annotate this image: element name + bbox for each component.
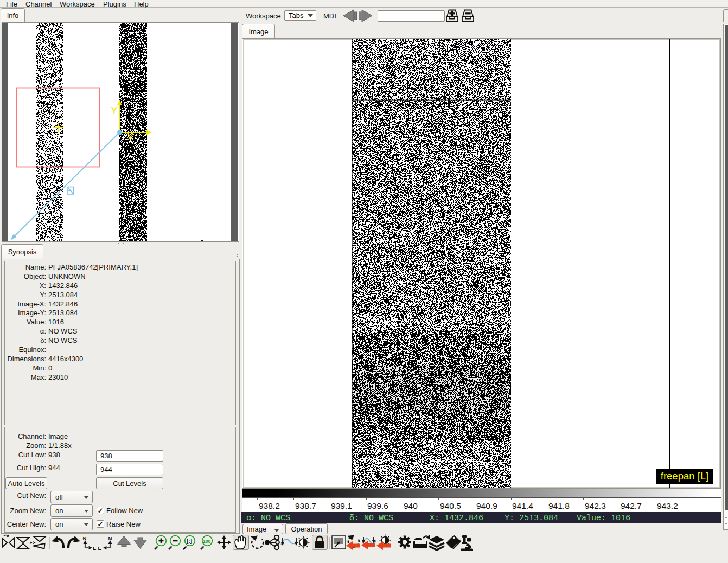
svg-text:E: E (93, 545, 96, 551)
svg-text:[:]: [:] (187, 538, 192, 544)
svg-text:Y: Y (111, 105, 118, 116)
svg-text:X: X (127, 131, 134, 143)
svg-text:E: E (98, 545, 101, 551)
svg-text:100: 100 (203, 539, 210, 544)
svg-text:N: N (83, 535, 87, 541)
